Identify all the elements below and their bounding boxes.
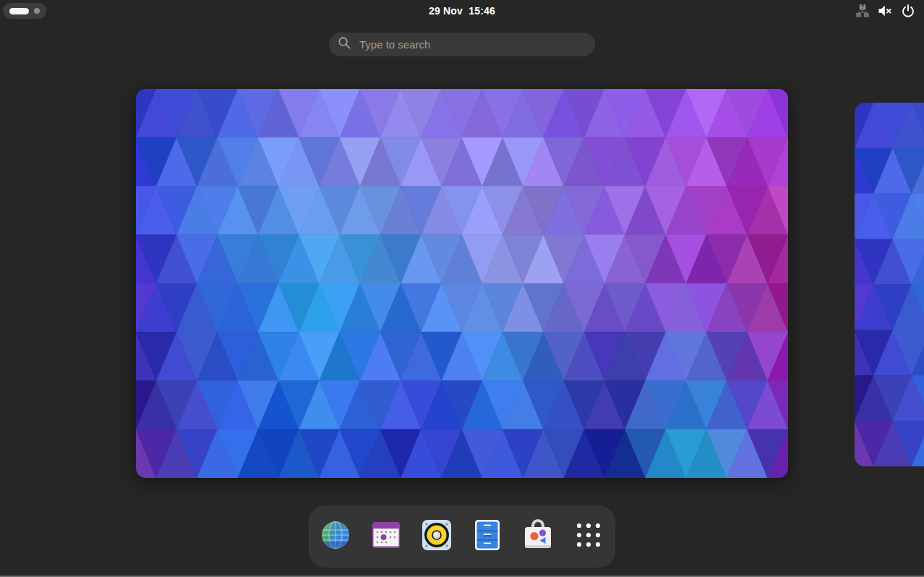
- app-web-browser[interactable]: [317, 518, 354, 555]
- show-apps-button[interactable]: [570, 518, 607, 555]
- workspace-thumbnail-current[interactable]: [136, 89, 788, 478]
- show-apps-grid-icon: [571, 518, 606, 555]
- network-wired-unknown-icon: ?: [855, 4, 870, 18]
- files-cabinet-icon: [470, 518, 505, 555]
- clock[interactable]: 29 Nov 15:46: [0, 0, 924, 22]
- web-globe-icon: [318, 518, 353, 555]
- search-bar[interactable]: [329, 33, 595, 56]
- search-input[interactable]: [358, 38, 586, 51]
- wallpaper-triangles: [136, 89, 788, 478]
- app-files[interactable]: [469, 518, 506, 555]
- workspace-thumbnail-next[interactable]: [855, 103, 924, 466]
- volume-muted-icon: [878, 4, 893, 18]
- svg-text:?: ?: [860, 4, 864, 10]
- system-status-area[interactable]: ?: [851, 0, 920, 22]
- software-bag-icon: [521, 518, 555, 555]
- app-software[interactable]: [519, 518, 557, 555]
- app-music-player[interactable]: [418, 518, 455, 555]
- power-icon: [901, 4, 915, 18]
- top-bar: 29 Nov 15:46 ?: [0, 0, 924, 22]
- music-speaker-icon: [419, 518, 454, 555]
- dash-dock: [309, 505, 615, 568]
- search-icon: [338, 36, 351, 53]
- wallpaper-triangles: [855, 103, 924, 466]
- app-calendar[interactable]: [367, 518, 405, 555]
- calendar-icon: [369, 518, 403, 555]
